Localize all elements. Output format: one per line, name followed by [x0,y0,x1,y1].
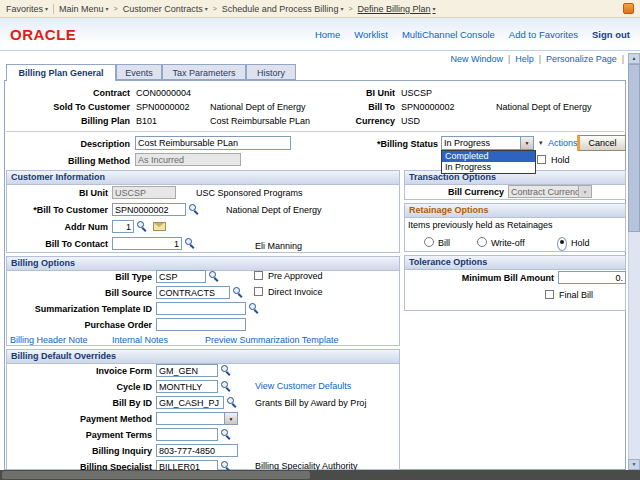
chevron-down-icon[interactable]: ▼ [520,137,533,149]
description-input[interactable] [135,136,291,150]
payment-terms-lookup-icon[interactable] [221,428,232,440]
purchase-order-label: Purchase Order [8,320,152,330]
breadcrumb-item-main-menu[interactable]: Main Menu▾ [59,4,109,14]
billing-status-select[interactable]: In Progress ▼ [441,136,534,150]
chevron-down-icon: ▾ [106,6,109,12]
home-link[interactable]: Home [315,29,340,40]
billing-plan-value: B101 [136,116,157,126]
bi-unit-value: USCSP [401,88,432,98]
worklist-link[interactable]: Worklist [354,29,388,40]
cycle-id-input[interactable] [156,380,218,393]
final-bill-checkbox[interactable] [545,290,554,299]
app-header: ORACLE Home Worklist MultiChannel Consol… [0,18,640,50]
direct-invoice-checkbox[interactable] [254,287,263,296]
pre-approved-checkbox[interactable] [254,271,263,280]
actions-caret-icon: ▾ [539,139,543,147]
bill-to-customer-input[interactable] [112,203,186,216]
customer-information-title: Customer Information [7,171,399,185]
contract-label: Contract [30,88,130,98]
retainage-bill-label: Bill [438,238,450,248]
bill-source-lookup-icon[interactable] [233,286,244,298]
billing-status-option-in-progress[interactable]: In Progress [442,162,535,173]
breadcrumb-item-schedule-and-process-billing[interactable]: Schedule and Process Billing▾ [222,4,344,14]
bill-by-id-lookup-icon[interactable] [227,396,238,408]
envelope-icon[interactable] [153,222,166,231]
summarization-template-input[interactable] [156,302,246,315]
sign-out-link[interactable]: Sign out [592,29,630,40]
add-to-favorites-link[interactable]: Add to Favorites [509,29,578,40]
addr-num-lookup-icon[interactable] [137,220,148,232]
chevron-down-icon[interactable]: ▼ [224,413,237,424]
billing-status-option-completed[interactable]: Completed [442,151,535,162]
new-window-link[interactable]: New Window [450,54,503,64]
purchase-order-input[interactable] [156,318,246,331]
cancel-button[interactable]: Cancel [577,135,626,151]
breadcrumb-separator: > [114,5,118,12]
bill-to-contact-input[interactable] [112,237,182,250]
sold-to-customer-name: National Dept of Energy [210,102,306,112]
bill-to-contact-lookup-icon[interactable] [185,237,196,249]
bill-type-label: Bill Type [8,272,152,282]
currency-value: USD [401,116,420,126]
bill-to-label: Bill To [330,102,395,112]
billing-plan-label: Billing Plan [28,116,130,126]
tab-tax-parameters[interactable]: Tax Parameters [162,64,246,80]
billing-status-label: *Billing Status [340,139,438,149]
preview-summarization-template-link[interactable]: Preview Summarization Template [205,335,338,345]
billing-default-overrides-title: Billing Default Overrides [7,350,399,364]
bill-type-input[interactable] [156,270,206,283]
sold-to-customer-value: SPN0000002 [136,102,190,112]
ci-bi-unit-value: USCSP [112,186,176,199]
bill-source-label: Bill Source [8,288,152,298]
retainage-write-off-label: Write-off [491,238,525,248]
help-link[interactable]: Help [515,54,534,64]
retainage-hold-radio[interactable] [557,237,567,251]
addr-num-label: Addr Num [8,222,108,232]
internal-notes-link[interactable]: Internal Notes [112,335,168,345]
scroll-down-button[interactable]: ▼ [628,459,640,470]
bill-to-name: National Dept of Energy [496,102,592,112]
addr-num-input[interactable] [112,220,134,233]
summarization-template-lookup-icon[interactable] [249,302,260,314]
tab-billing-plan-general[interactable]: Billing Plan General [6,64,116,81]
invoice-form-input[interactable] [156,364,218,377]
breadcrumb-separator: > [348,5,352,12]
breadcrumb-item-define-billing-plan[interactable]: Define Billing Plan▾ [358,4,436,14]
vertical-scrollbar-thumb[interactable] [628,64,640,232]
tab-history[interactable]: History [246,64,296,80]
breadcrumb: Favorites▾ Main Menu▾ > Customer Contrac… [0,0,640,18]
bill-by-id-input[interactable] [156,396,224,409]
hold-checkbox[interactable] [537,155,546,164]
bill-to-customer-lookup-icon[interactable] [189,203,200,215]
invoice-form-lookup-icon[interactable] [221,364,232,376]
bill-currency-select: Contract Currency ▼ [508,185,592,198]
actions-link[interactable]: Actions [548,138,578,148]
multichannel-console-link[interactable]: MultiChannel Console [402,29,495,40]
personalize-page-link[interactable]: Personalize Page [546,54,617,64]
payment-method-select[interactable]: ▼ [156,412,238,425]
retainage-options-title: Retainage Options [405,204,625,218]
breadcrumb-divider [53,4,54,14]
retainage-bill-radio[interactable] [424,237,434,247]
bill-type-lookup-icon[interactable] [209,270,220,282]
page-tools: New Window | Help | Personalize Page | [450,54,624,64]
ribbon-icon[interactable] [623,3,634,14]
billing-inquiry-input[interactable] [156,444,238,457]
pre-approved-label: Pre Approved [268,271,323,281]
scroll-up-button[interactable]: ▲ [628,53,640,64]
payment-terms-input[interactable] [156,428,218,441]
bill-currency-label: Bill Currency [404,187,504,197]
billing-status-value: In Progress [444,138,520,148]
bill-source-input[interactable] [156,286,230,299]
cycle-id-lookup-icon[interactable] [221,380,232,392]
view-customer-defaults-link[interactable]: View Customer Defaults [255,381,351,391]
favorites-menu[interactable]: Favorites▾ [6,4,48,14]
minimum-bill-amount-input[interactable] [558,271,626,284]
billing-header-note-link[interactable]: Billing Header Note [10,335,88,345]
tab-events[interactable]: Events [116,64,162,80]
billing-inquiry-label: Billing Inquiry [8,446,152,456]
breadcrumb-item-customer-contracts[interactable]: Customer Contracts▾ [123,4,208,14]
retainage-write-off-radio[interactable] [477,237,487,247]
horizontal-scrollbar-thumb[interactable] [2,471,310,479]
ci-bi-unit-desc: USC Sponsored Programs [196,188,303,198]
